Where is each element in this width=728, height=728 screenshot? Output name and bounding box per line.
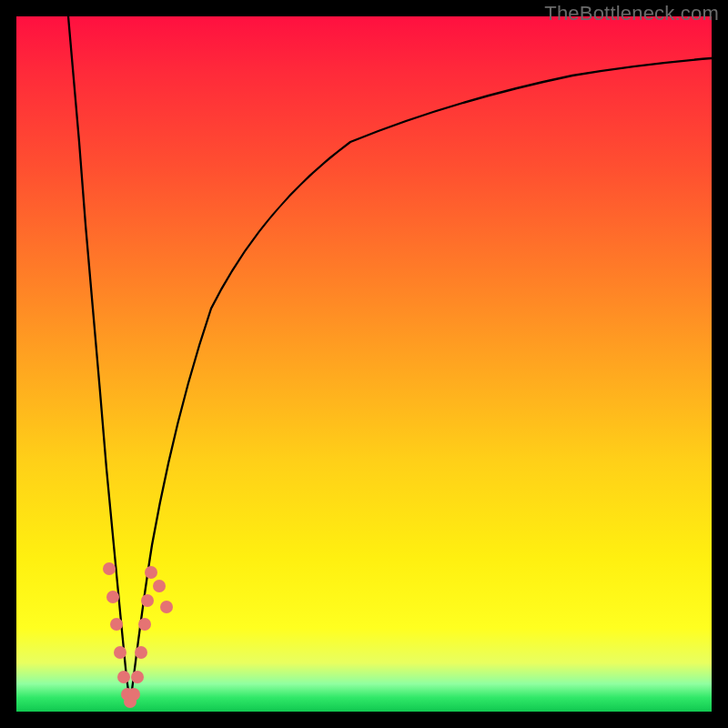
svg-point-2 [110,618,123,631]
plot-area [16,16,712,712]
svg-point-1 [106,591,119,603]
right-branch-curve [130,58,712,704]
svg-point-14 [160,601,173,613]
svg-point-13 [153,580,166,592]
svg-point-9 [135,646,147,659]
curve-layer [16,16,712,712]
svg-point-11 [141,594,154,607]
chart-frame: TheBottleneck.com [0,0,728,728]
svg-point-7 [127,688,140,701]
svg-point-0 [103,562,116,575]
marker-dots [103,562,173,708]
svg-point-10 [138,618,151,631]
svg-point-12 [145,566,157,579]
left-branch-curve [68,16,130,704]
watermark-text: TheBottleneck.com [544,2,719,25]
svg-point-8 [131,671,144,683]
svg-point-3 [114,646,126,659]
svg-point-4 [117,671,130,683]
